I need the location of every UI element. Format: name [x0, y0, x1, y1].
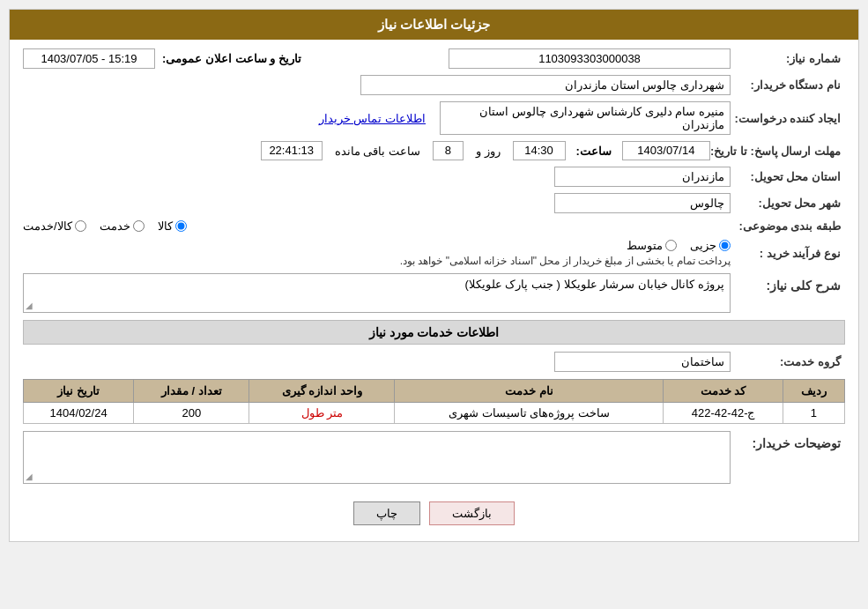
td-date: 1404/02/24: [24, 403, 134, 424]
value-category: کالا/خدمت خدمت کالا: [23, 219, 731, 233]
announce-date-box: 1403/07/05 - 15:19: [23, 48, 155, 69]
value-buyer-org: شهرداری چالوس استان مازندران: [23, 75, 731, 95]
label-kala-khedmat: کالا/خدمت: [23, 219, 72, 233]
resize-icon-2: ◢: [26, 472, 33, 481]
td-service-name: ساخت پروژه‌های تاسیسات شهری: [395, 403, 664, 424]
th-service-code: کد خدمت: [664, 380, 783, 403]
card-body: شماره نیاز: 1103093303000038 تاریخ و ساع…: [10, 40, 858, 541]
row-buyer-notes: توضیحات خریدار: ◢: [23, 431, 845, 484]
label-category: طبقه بندی موضوعی:: [731, 219, 845, 233]
services-table-container: ردیف کد خدمت نام خدمت واحد اندازه گیری ت…: [23, 379, 845, 424]
td-unit: متر طول: [249, 403, 395, 424]
back-button[interactable]: بازگشت: [429, 501, 515, 525]
value-deadline: 1403/07/14 ساعت: 14:30 روز و 8 ساعت باقی…: [23, 141, 710, 160]
th-service-name: نام خدمت: [395, 380, 664, 403]
radio-motavasset: متوسط: [627, 239, 677, 252]
province-box: مازندران: [554, 167, 731, 187]
row-requester: ایجاد کننده درخواست: منیره سام دلیری کار…: [23, 101, 845, 135]
label-service-group: گروه خدمت:: [731, 355, 845, 368]
table-row: 1 ج-42-42-422 ساخت پروژه‌های تاسیسات شهر…: [24, 403, 845, 424]
label-deadline: مهلت ارسال پاسخ: تا تاریخ:: [710, 145, 845, 158]
response-days-box: 8: [433, 141, 464, 160]
table-header-row: ردیف کد خدمت نام خدمت واحد اندازه گیری ت…: [24, 380, 845, 403]
th-unit: واحد اندازه گیری: [249, 380, 395, 403]
row-need-description: شرح کلی نیاز: پروژه کانال خیابان سرشار ع…: [23, 273, 845, 313]
value-requester: منیره سام دلیری کارشناس شهرداری چالوس اس…: [23, 101, 731, 135]
bottom-buttons: بازگشت چاپ: [23, 491, 845, 532]
radio-kala-input[interactable]: [175, 220, 187, 232]
radio-kala: کالا: [158, 219, 187, 233]
radio-kala-khedmat-input[interactable]: [75, 220, 86, 232]
row-city: شهر محل تحویل: چالوس: [23, 193, 845, 213]
label-need-number: شماره نیاز:: [731, 52, 845, 65]
need-description-text: پروژه کانال خیابان سرشار علویکلا ( جنب پ…: [464, 278, 724, 291]
td-quantity: 200: [134, 403, 249, 424]
row-category: طبقه بندی موضوعی: کالا/خدمت خدمت کالا: [23, 219, 845, 233]
td-row-num: 1: [783, 403, 844, 424]
city-box: چالوس: [554, 193, 731, 213]
row-province: استان محل تحویل: مازندران: [23, 167, 845, 187]
value-purchase-type: متوسط جزیی پرداخت تمام یا بخشی از مبلغ خ…: [23, 239, 731, 267]
page-wrapper: جزئیات اطلاعات نیاز شماره نیاز: 11030933…: [0, 0, 868, 609]
row-buyer-org: نام دستگاه خریدار: شهرداری چالوس استان م…: [23, 75, 845, 95]
label-jozi: جزیی: [690, 239, 716, 252]
label-need-description: شرح کلی نیاز:: [731, 279, 845, 293]
radio-jozi: جزیی: [690, 239, 731, 252]
radio-motavasset-input[interactable]: [665, 240, 677, 251]
remaining-time-box: 22:41:13: [261, 141, 323, 160]
label-province: استان محل تحویل:: [731, 170, 845, 183]
label-buyer-org: نام دستگاه خریدار:: [731, 78, 845, 92]
value-city: چالوس: [23, 193, 731, 213]
service-group-box: ساختمان: [554, 352, 731, 372]
radio-khedmat: خدمت: [100, 219, 145, 233]
purchase-type-note: پرداخت تمام یا بخشی از مبلغ خریدار از مح…: [400, 255, 731, 267]
row-need-number: شماره نیاز: 1103093303000038 تاریخ و ساع…: [23, 48, 845, 69]
value-need-number: 1103093303000038: [328, 48, 731, 69]
label-requester: ایجاد کننده درخواست:: [731, 112, 845, 125]
value-province: مازندران: [23, 167, 731, 187]
th-row-num: ردیف: [783, 380, 844, 403]
card-header: جزئیات اطلاعات نیاز: [10, 10, 858, 40]
row-deadline: مهلت ارسال پاسخ: تا تاریخ: 1403/07/14 سا…: [23, 141, 845, 160]
main-card: جزئیات اطلاعات نیاز شماره نیاز: 11030933…: [9, 9, 859, 542]
label-days: روز و: [476, 145, 501, 158]
page-title: جزئیات اطلاعات نیاز: [378, 17, 490, 32]
row-purchase-type: نوع فرآیند خرید : متوسط جزیی پرداخت تمام…: [23, 239, 845, 267]
buyer-org-box: شهرداری چالوس استان مازندران: [360, 75, 731, 95]
row-service-group: گروه خدمت: ساختمان: [23, 352, 845, 372]
response-date-box: 1403/07/14: [622, 141, 710, 160]
label-city: شهر محل تحویل:: [731, 197, 845, 210]
buyer-notes-box: ◢: [23, 431, 731, 484]
label-kala: کالا: [158, 219, 173, 233]
th-quantity: تعداد / مقدار: [134, 380, 249, 403]
requester-contact-link[interactable]: اطلاعات تماس خریدار: [319, 112, 426, 125]
label-announce-date: تاریخ و ساعت اعلان عمومی:: [162, 52, 301, 65]
label-khedmat: خدمت: [100, 219, 130, 233]
requester-box: منیره سام دلیری کارشناس شهرداری چالوس اس…: [440, 101, 731, 135]
th-date: تاریخ نیاز: [24, 380, 134, 403]
label-motavasset: متوسط: [627, 239, 663, 252]
radio-kala-khedmat: کالا/خدمت: [23, 219, 86, 233]
need-description-box: پروژه کانال خیابان سرشار علویکلا ( جنب پ…: [23, 273, 731, 313]
resize-icon-1: ◢: [26, 301, 33, 310]
radio-khedmat-input[interactable]: [133, 220, 145, 232]
label-remaining: ساعت باقی مانده: [335, 145, 420, 158]
label-buyer-notes: توضیحات خریدار:: [731, 436, 845, 450]
response-time-box: 14:30: [513, 141, 566, 160]
print-button[interactable]: چاپ: [353, 501, 420, 525]
label-purchase-type: نوع فرآیند خرید :: [731, 247, 845, 260]
td-service-code: ج-42-42-422: [664, 403, 783, 424]
section-header-services: اطلاعات خدمات مورد نیاز: [23, 320, 845, 345]
services-table: ردیف کد خدمت نام خدمت واحد اندازه گیری ت…: [23, 379, 845, 424]
label-time: ساعت:: [576, 145, 612, 158]
radio-jozi-input[interactable]: [719, 240, 731, 251]
need-number-box: 1103093303000038: [449, 48, 731, 69]
